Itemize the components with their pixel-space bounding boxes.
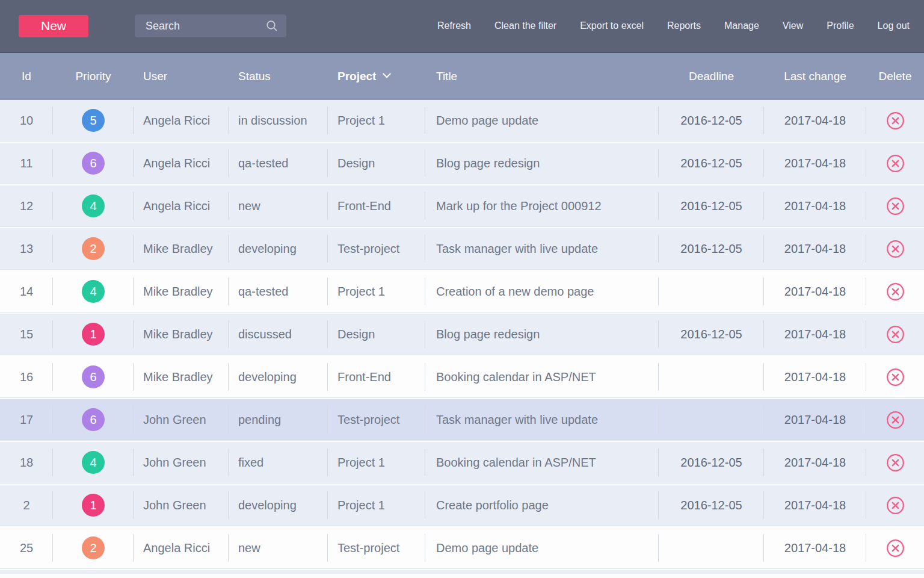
menu-item-refresh[interactable]: Refresh	[437, 20, 471, 31]
top-toolbar: New RefreshClean the filterExport to exc…	[0, 0, 924, 53]
table-row[interactable]: 14 4 Mike Bradley qa-tested Project 1 Cr…	[0, 271, 924, 312]
column-header-delete[interactable]: Delete	[866, 70, 924, 83]
cell-title: Booking calendar in ASP/NET	[425, 356, 659, 397]
delete-icon	[886, 411, 905, 429]
delete-button[interactable]	[886, 453, 905, 472]
menu-item-export-to-excel[interactable]: Export to excel	[580, 20, 644, 31]
cell-last-change: 2017-04-18	[764, 100, 866, 141]
delete-button[interactable]	[886, 368, 905, 387]
delete-button[interactable]	[886, 496, 905, 515]
table-row[interactable]: 18 4 John Green fixed Project 1 Booking …	[0, 442, 924, 483]
table-row[interactable]: 25 2 Angela Ricci new Test-project Demo …	[0, 527, 924, 569]
cell-id: 18	[0, 442, 53, 483]
cell-project: Test-project	[328, 228, 425, 269]
cell-status: new	[229, 527, 328, 568]
menu-item-view[interactable]: View	[783, 20, 803, 31]
cell-last-change: 2017-04-18	[764, 399, 866, 440]
priority-badge: 4	[82, 451, 105, 474]
cell-priority: 6	[53, 143, 134, 184]
cell-title: Creation of a new demo page	[425, 271, 659, 312]
column-header-priority[interactable]: Priority	[53, 70, 134, 83]
cell-last-change: 2017-04-18	[764, 228, 866, 269]
cell-last-change: 2017-04-18	[764, 527, 866, 568]
delete-button[interactable]	[886, 197, 905, 216]
cell-deadline: 2016-12-05	[659, 314, 764, 355]
table-row[interactable]: 15 1 Mike Bradley discussed Design Blog …	[0, 314, 924, 355]
search-input[interactable]	[144, 19, 266, 33]
cell-status: pending	[229, 399, 328, 440]
cell-user: Mike Bradley	[134, 314, 229, 355]
cell-project: Project 1	[328, 442, 425, 483]
menu-item-reports[interactable]: Reports	[667, 20, 701, 31]
menu-item-profile[interactable]: Profile	[827, 20, 854, 31]
delete-icon	[886, 282, 905, 301]
cell-status: qa-tested	[229, 143, 328, 184]
cell-project: Front-End	[328, 185, 425, 226]
cell-deadline: 2016-12-05	[659, 485, 764, 526]
cell-delete	[866, 100, 924, 141]
delete-button[interactable]	[886, 539, 905, 558]
delete-button[interactable]	[886, 240, 905, 258]
column-header-deadline[interactable]: Deadline	[659, 70, 764, 83]
cell-project: Test-project	[328, 399, 425, 440]
cell-deadline	[659, 399, 764, 440]
table-row[interactable]: 13 2 Mike Bradley developing Test-projec…	[0, 228, 924, 270]
cell-title: Blog page redesign	[425, 314, 659, 355]
menu-item-log-out[interactable]: Log out	[878, 20, 910, 31]
priority-badge: 6	[82, 365, 105, 388]
cell-title: Task manager with live update	[425, 228, 659, 269]
table-row[interactable]: 17 6 John Green pending Test-project Tas…	[0, 399, 924, 441]
cell-user: John Green	[134, 485, 229, 526]
cell-last-change: 2017-04-18	[764, 185, 866, 226]
cell-delete	[866, 271, 924, 312]
cell-last-change: 2017-04-18	[764, 271, 866, 312]
cell-delete	[866, 228, 924, 269]
table-row[interactable]: 16 6 Mike Bradley developing Front-End B…	[0, 356, 924, 398]
table-row[interactable]: 11 6 Angela Ricci qa-tested Design Blog …	[0, 143, 924, 184]
delete-button[interactable]	[886, 282, 905, 301]
cell-delete	[866, 356, 924, 397]
delete-icon	[886, 154, 905, 173]
delete-button[interactable]	[886, 411, 905, 429]
cell-user: Angela Ricci	[134, 143, 229, 184]
priority-badge: 6	[82, 408, 105, 431]
cell-id: 10	[0, 100, 53, 141]
cell-priority: 5	[53, 100, 134, 141]
column-header-title[interactable]: Title	[425, 70, 659, 83]
cell-priority: 1	[53, 314, 134, 355]
cell-user: Angela Ricci	[134, 100, 229, 141]
column-header-lastchange[interactable]: Last change	[764, 70, 866, 83]
table-row[interactable]: 12 4 Angela Ricci new Front-End Mark up …	[0, 185, 924, 227]
table-row[interactable]: 2 1 John Green developing Project 1 Crea…	[0, 485, 924, 526]
cell-user: Mike Bradley	[134, 228, 229, 269]
delete-button[interactable]	[886, 111, 905, 130]
cell-id: 15	[0, 314, 53, 355]
menu-item-manage[interactable]: Manage	[724, 20, 759, 31]
search-box[interactable]	[135, 14, 286, 37]
cell-priority: 4	[53, 442, 134, 483]
delete-button[interactable]	[886, 325, 905, 344]
cell-last-change: 2017-04-18	[764, 356, 866, 397]
cell-user: Angela Ricci	[134, 527, 229, 568]
delete-icon	[886, 197, 905, 216]
cell-id: 2	[0, 485, 53, 526]
cell-last-change: 2017-04-18	[764, 442, 866, 483]
column-header-user[interactable]: User	[134, 70, 229, 83]
cell-deadline: 2016-12-05	[659, 143, 764, 184]
cell-priority: 2	[53, 228, 134, 269]
cell-title: Demo page update	[425, 527, 659, 568]
priority-badge: 6	[82, 152, 105, 175]
cell-status: new	[229, 185, 328, 226]
column-header-id[interactable]: Id	[0, 70, 53, 83]
priority-badge: 2	[82, 237, 105, 260]
column-header-status[interactable]: Status	[229, 70, 328, 83]
menu-item-clean-the-filter[interactable]: Clean the filter	[494, 20, 556, 31]
new-button[interactable]: New	[19, 15, 88, 37]
column-header-project[interactable]: Project	[328, 70, 425, 83]
delete-button[interactable]	[886, 154, 905, 173]
priority-badge: 1	[82, 323, 105, 346]
cell-priority: 6	[53, 356, 134, 397]
table-row[interactable]: 10 5 Angela Ricci in discussion Project …	[0, 100, 924, 141]
delete-icon	[886, 368, 905, 387]
cell-project: Front-End	[328, 356, 425, 397]
